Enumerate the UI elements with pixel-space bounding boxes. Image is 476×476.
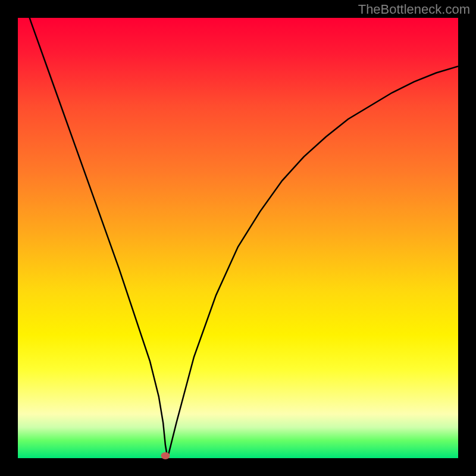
watermark-text: TheBottleneck.com bbox=[358, 2, 470, 17]
chart-curve-svg bbox=[18, 18, 458, 458]
bottleneck-curve bbox=[18, 18, 458, 458]
chart-plot-area bbox=[18, 18, 458, 458]
optimum-marker bbox=[161, 452, 170, 459]
